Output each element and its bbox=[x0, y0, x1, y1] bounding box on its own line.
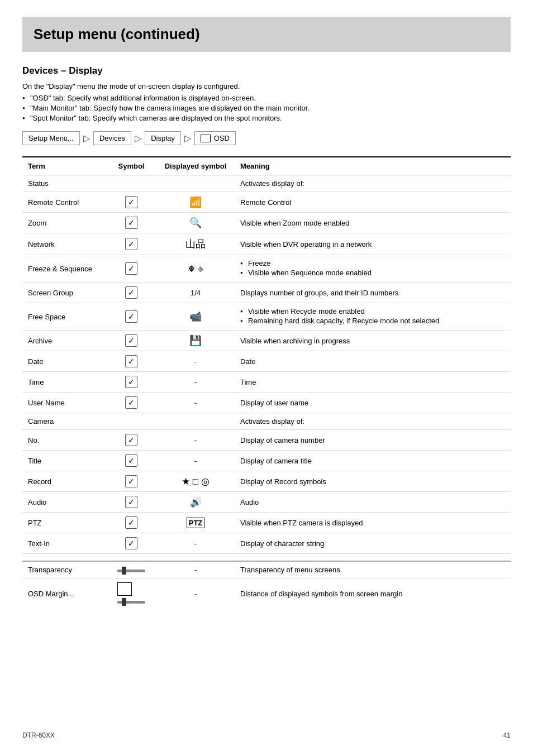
term-cell: Title bbox=[22, 451, 106, 471]
table-row: Network ✓ 山品 Visible when DVR operating … bbox=[22, 233, 511, 255]
group-icon: 1/4 bbox=[191, 289, 201, 297]
freespace-icon: 📹 bbox=[189, 311, 202, 322]
symbol-cell: ✓ bbox=[106, 351, 156, 372]
displayed-cell bbox=[156, 175, 235, 192]
table-row: Title ✓ - Display of camera title bbox=[22, 451, 511, 471]
symbol-cell: ✓ bbox=[106, 192, 156, 213]
displayed-cell: 山品 bbox=[156, 233, 235, 255]
slider-thumb bbox=[122, 567, 126, 575]
term-cell: OSD Margin... bbox=[22, 578, 106, 610]
section-title: Devices – Display bbox=[22, 65, 511, 76]
page-title: Setup menu (continued) bbox=[34, 26, 499, 43]
meaning-cell: Visible when archiving in progress bbox=[235, 331, 511, 351]
breadcrumb-osd[interactable]: OSD bbox=[194, 131, 236, 145]
symbol-cell bbox=[106, 413, 156, 430]
table-row: Transparency - Transparency of menu scre… bbox=[22, 561, 511, 578]
term-cell: Status bbox=[22, 175, 106, 192]
slider-track bbox=[117, 570, 145, 572]
displayed-cell: 📹 bbox=[156, 303, 235, 331]
term-cell: Network bbox=[22, 233, 106, 255]
meaning-cell: Display of camera title bbox=[235, 451, 511, 471]
breadcrumb-display[interactable]: Display bbox=[145, 131, 181, 145]
header-bar: Setup menu (continued) bbox=[22, 17, 511, 52]
term-cell: Freeze & Sequence bbox=[22, 255, 106, 283]
term-cell: Time bbox=[22, 372, 106, 393]
footer: DTR-60XX 41 bbox=[22, 731, 511, 739]
displayed-cell: - bbox=[156, 393, 235, 413]
meaning-cell: Activates display of: bbox=[235, 175, 511, 192]
record-icon: ★ □ ◎ bbox=[182, 476, 210, 487]
meaning-cell: Display of character string bbox=[235, 533, 511, 554]
table-row: Status Activates display of: bbox=[22, 175, 511, 192]
meaning-cell: Display of user name bbox=[235, 393, 511, 413]
meaning-bullets: Freeze Visible when Sequence mode enable… bbox=[240, 259, 505, 277]
check-icon: ✓ bbox=[125, 496, 137, 508]
meaning-cell: Displays number of groups, and their ID … bbox=[235, 283, 511, 303]
symbol-cell: ✓ bbox=[106, 331, 156, 351]
symbol-cell: ✓ bbox=[106, 513, 156, 533]
meaning-cell: Remote Control bbox=[235, 192, 511, 213]
term-cell: Free Space bbox=[22, 303, 106, 331]
meaning-cell: Visible when DVR operating in a network bbox=[235, 233, 511, 255]
check-icon: ✓ bbox=[125, 334, 137, 347]
table-row: PTZ ✓ PTZ Visible when PTZ camera is dis… bbox=[22, 513, 511, 533]
check-icon: ✓ bbox=[125, 196, 137, 208]
displayed-cell: ❅ ⎆ bbox=[156, 255, 235, 283]
ptz-icon: PTZ bbox=[187, 518, 205, 528]
footer-page: 41 bbox=[503, 731, 511, 739]
bullet-item: "OSD" tab: Specify what additional infor… bbox=[22, 94, 511, 102]
symbol-cell: ✓ bbox=[106, 451, 156, 471]
bullet-item: Visible when Recycle mode enabled bbox=[240, 307, 505, 315]
term-cell: Remote Control bbox=[22, 192, 106, 213]
table-row: Free Space ✓ 📹 Visible when Recycle mode… bbox=[22, 303, 511, 331]
displayed-cell: - bbox=[156, 533, 235, 554]
table-row: Time ✓ - Time bbox=[22, 372, 511, 393]
displayed-cell: 📶 bbox=[156, 192, 235, 213]
slider-track bbox=[117, 601, 145, 604]
breadcrumb-arrow-3: ▷ bbox=[184, 133, 191, 143]
symbol-cell: ✓ bbox=[106, 533, 156, 554]
check-icon: ✓ bbox=[125, 396, 137, 409]
symbol-cell: ✓ bbox=[106, 283, 156, 303]
table-row: Record ✓ ★ □ ◎ Display of Record symbols bbox=[22, 471, 511, 492]
page: Setup menu (continued) Devices – Display… bbox=[0, 0, 533, 756]
check-icon: ✓ bbox=[125, 454, 137, 467]
displayed-cell: - bbox=[156, 351, 235, 372]
displayed-cell: - bbox=[156, 372, 235, 393]
zoom-icon: 🔍 bbox=[189, 217, 202, 228]
intro-text: On the "Display" menu the mode of on-scr… bbox=[22, 82, 511, 90]
breadcrumb-devices[interactable]: Devices bbox=[93, 131, 131, 145]
check-icon: ✓ bbox=[125, 376, 137, 388]
symbol-cell: ✓ bbox=[106, 393, 156, 413]
spacer-row bbox=[22, 554, 511, 562]
symbol-cell: ✓ bbox=[106, 213, 156, 233]
check-icon: ✓ bbox=[125, 310, 137, 323]
meaning-cell: Visible when PTZ camera is displayed bbox=[235, 513, 511, 533]
breadcrumb-setup-menu[interactable]: Setup Menu... bbox=[22, 131, 80, 145]
displayed-cell: 🔍 bbox=[156, 213, 235, 233]
footer-model: DTR-60XX bbox=[22, 731, 55, 739]
term-cell: PTZ bbox=[22, 513, 106, 533]
table-row: Date ✓ - Date bbox=[22, 351, 511, 372]
table-row: No. ✓ - Display of camera number bbox=[22, 430, 511, 451]
osd-icon bbox=[201, 135, 211, 142]
symbol-cell: ✓ bbox=[106, 372, 156, 393]
col-header-displayed: Displayed symbol bbox=[156, 157, 235, 175]
term-cell: Camera bbox=[22, 413, 106, 430]
displayed-cell: - bbox=[156, 430, 235, 451]
table-row: Remote Control ✓ 📶 Remote Control bbox=[22, 192, 511, 213]
meaning-cell: Distance of displayed symbols from scree… bbox=[235, 578, 511, 610]
term-cell: Date bbox=[22, 351, 106, 372]
slider-icon bbox=[117, 570, 145, 572]
meaning-cell: Activates display of: bbox=[235, 413, 511, 430]
osd-margin-icon bbox=[117, 582, 145, 605]
check-icon: ✓ bbox=[125, 434, 137, 446]
breadcrumb-arrow-1: ▷ bbox=[83, 133, 90, 143]
audio-icon: 🔊 bbox=[190, 497, 202, 508]
table-row: Text-In ✓ - Display of character string bbox=[22, 533, 511, 554]
slider-icon-small bbox=[117, 601, 145, 604]
term-cell: Audio bbox=[22, 492, 106, 513]
check-icon: ✓ bbox=[125, 475, 137, 487]
bullet-item: Freeze bbox=[240, 259, 505, 267]
displayed-cell: PTZ bbox=[156, 513, 235, 533]
